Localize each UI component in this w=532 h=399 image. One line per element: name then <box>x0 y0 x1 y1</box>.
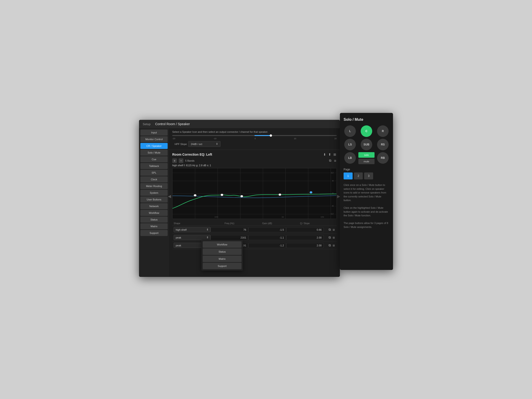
slider-label-neg10: -10 <box>213 137 216 140</box>
sidebar-item-network[interactable]: Network <box>140 203 168 209</box>
shape-arrow-1: ⇕ <box>206 236 209 239</box>
left-nav-arrow[interactable]: ◀ <box>168 194 171 199</box>
sidebar-item-cr-speaker[interactable]: CR / Speaker <box>140 143 168 149</box>
page-btn-3[interactable]: 3 <box>364 172 373 179</box>
sidebar-item-spl[interactable]: SPL <box>140 170 168 176</box>
hpf-slider[interactable] <box>172 135 337 136</box>
page-btn-2[interactable]: 2 <box>354 172 363 179</box>
eq-copy-icon[interactable]: ⧉ <box>329 158 332 163</box>
shape-value-1: peak <box>176 236 181 239</box>
sidebar-item-meter-routing[interactable]: Meter Routing <box>140 183 168 189</box>
eq-grid-icon[interactable]: ⊞ <box>333 152 337 157</box>
row-copy-1[interactable]: ⧉ <box>328 235 331 240</box>
app-container: Setup Control Room / Speaker Input Monit… <box>139 113 393 286</box>
sidebar-item-matrix[interactable]: Matrix <box>140 223 168 229</box>
sidebar-item-talkback[interactable]: Talkback <box>140 163 168 169</box>
sidebar-item-cue[interactable]: Cue <box>140 156 168 162</box>
freq-value-0[interactable]: 76 <box>211 227 248 232</box>
hpf-slope-dropdown[interactable]: 24dB / oct ⇕ <box>188 141 221 147</box>
floating-btn-status[interactable]: Status <box>203 248 241 255</box>
row-paste-0[interactable]: ⧆ <box>332 227 335 232</box>
svg-text:8: 8 <box>332 180 334 182</box>
floating-menu-window: Workflow Status Matrix Support <box>201 240 243 271</box>
gain-value-0[interactable]: -1.5 <box>248 227 286 232</box>
freq-value-1[interactable]: 2161 <box>211 235 248 240</box>
row-copy-0[interactable]: ⧉ <box>328 227 331 232</box>
shape-arrow-0: ⇕ <box>206 228 209 231</box>
hpf-slope-row: HPF Slope 24dB / oct ⇕ <box>172 140 337 148</box>
page-btn-1[interactable]: 1 <box>344 172 353 179</box>
solo-mute-title: Solo / Mute <box>344 118 389 122</box>
eq-add-button[interactable]: + <box>172 158 177 163</box>
sidebar-item-input[interactable]: Input <box>140 130 168 136</box>
slider-row <box>172 135 337 136</box>
table-row: high shelf ⇕ 76 -1.5 0.66 ⧉ ⧆ <box>172 226 337 234</box>
panel-hint: Select a Speaker Icon and then select an… <box>172 130 337 133</box>
q-value-2[interactable]: 2.00 <box>286 243 324 248</box>
sidebar-item-clock[interactable]: Clock <box>140 176 168 182</box>
sidebar-item-system[interactable]: System <box>140 190 168 196</box>
eq-header: Room Correction EQ: Left ⬇ ⬆ ⊞ <box>172 152 337 157</box>
sidebar: Input Monitor Control CR / Speaker Solo … <box>139 128 169 276</box>
svg-point-22 <box>221 194 223 196</box>
eq-graph[interactable]: 12 8 0 -8 -12 100 1k 10k <box>172 168 337 219</box>
floating-btn-support[interactable]: Support <box>203 263 241 269</box>
col-gain: Gain (dB) <box>248 222 286 225</box>
slider-label-0: 0 <box>254 137 256 140</box>
hpf-slope-value: 24dB / oct <box>191 143 202 146</box>
row-copy-2[interactable]: ⧉ <box>328 243 331 248</box>
q-value-0[interactable]: 0.66 <box>286 227 324 232</box>
sidebar-item-user-buttons[interactable]: User Buttons <box>140 196 168 203</box>
floating-btn-matrix[interactable]: Matrix <box>203 256 241 262</box>
sidebar-item-support[interactable]: Support <box>140 230 168 236</box>
svg-text:-8: -8 <box>331 205 334 207</box>
speaker-btn-LS[interactable]: LS <box>344 139 356 150</box>
row-icons-1: ⧉ ⧆ <box>324 235 335 240</box>
col-shape: Shape <box>174 222 211 225</box>
setup-label: Setup <box>143 122 151 126</box>
gain-value-2[interactable]: -1.2 <box>248 243 286 248</box>
band-info: high shelf f: 6115 Hz g: 2.8 dB s: 1 <box>172 164 337 167</box>
shape-dropdown-1[interactable]: peak ⇕ <box>174 235 211 240</box>
col-q: Q / Slope <box>286 222 324 225</box>
speaker-btn-LB[interactable]: LB <box>344 152 356 164</box>
right-panel: Select a Speaker Icon and then select an… <box>169 128 340 276</box>
sidebar-item-monitor-control[interactable]: Monitor Control <box>140 136 168 142</box>
sidebar-item-workflow[interactable]: Workflow <box>140 210 168 216</box>
shape-dropdown-0[interactable]: high shelf ⇕ <box>174 227 211 232</box>
gain-value-1[interactable]: -1.1 <box>248 235 286 240</box>
speaker-btn-RB[interactable]: RB <box>377 152 389 164</box>
sidebar-item-status[interactable]: Status <box>140 217 168 223</box>
speaker-btn-C[interactable]: C <box>361 125 372 137</box>
solo-button[interactable]: solo <box>358 152 374 158</box>
mute-button[interactable]: mute <box>358 159 374 164</box>
q-value-1[interactable]: 2.00 <box>286 235 324 240</box>
page-label: Page <box>344 168 389 171</box>
eq-remove-button[interactable]: − <box>179 158 183 163</box>
page-section: Page 1 2 3 <box>344 168 389 179</box>
eq-table-header: Shape Freq (Hz) Gain (dB) Q / Slope <box>172 221 337 226</box>
eq-upload-icon[interactable]: ⬆ <box>328 152 332 157</box>
row-paste-1[interactable]: ⧆ <box>332 235 335 240</box>
eq-download-icon[interactable]: ⬇ <box>323 152 327 157</box>
table-row: peak ⇕ 2161 -1.1 2.00 ⧉ ⧆ <box>172 234 337 241</box>
speaker-btn-SUB[interactable]: SUB <box>361 139 372 150</box>
svg-point-21 <box>194 194 196 196</box>
solo-mute-buttons: solo mute <box>358 152 374 164</box>
floating-btn-workflow[interactable]: Workflow <box>203 241 241 248</box>
svg-point-24 <box>279 194 281 196</box>
row-icons-0: ⧉ ⧆ <box>324 227 335 232</box>
row-paste-2[interactable]: ⧆ <box>332 243 335 248</box>
sidebar-item-solo-mute[interactable]: Solo / Mute <box>140 150 168 156</box>
col-freq: Freq (Hz) <box>211 222 248 225</box>
slider-label-neg20: -20 <box>172 137 175 140</box>
svg-text:100: 100 <box>215 216 218 218</box>
speaker-btn-R[interactable]: R <box>377 125 389 137</box>
speaker-btn-L[interactable]: L <box>344 125 356 137</box>
hpf-slope-arrow: ⇕ <box>216 142 218 146</box>
speaker-btn-RS[interactable]: RS <box>377 139 389 150</box>
svg-text:12: 12 <box>331 171 334 174</box>
row-icons-2: ⧉ ⧆ <box>324 243 335 248</box>
eq-paste-icon[interactable]: ⧆ <box>334 158 337 163</box>
solo-mute-info: Click once on a Solo / Mute button to se… <box>344 183 389 229</box>
